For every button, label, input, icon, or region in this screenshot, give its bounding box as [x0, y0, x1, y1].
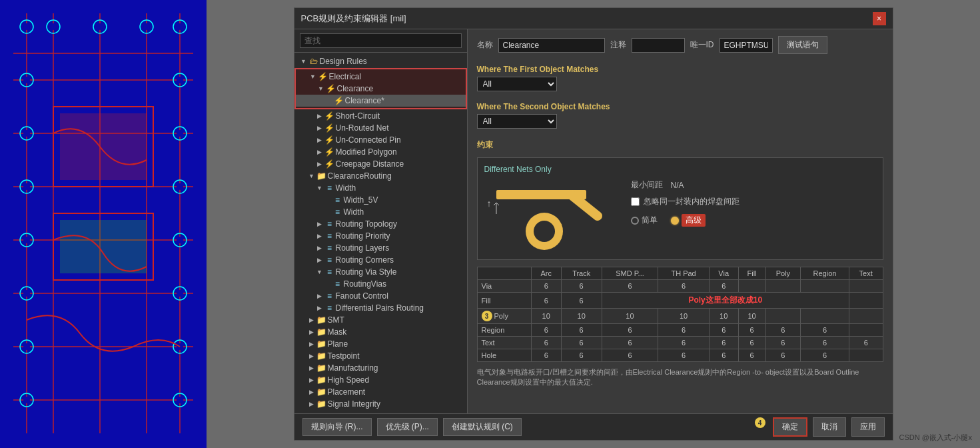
arrow-width [324, 208, 332, 216]
label-routing-text: Routing [364, 171, 391, 181]
tree-item-testpoint[interactable]: ▶ 📁 Testpoint [294, 350, 467, 362]
arrow-mask: ▶ [308, 328, 316, 336]
pcb-svg [0, 0, 207, 448]
table-row-fill: Fill 6 6 Poly这里全部改成10 [477, 293, 883, 309]
tree-item-diff-pairs[interactable]: ▶ ≡ Differential Pairs Routing [294, 302, 467, 314]
priority-btn[interactable]: 优先级 (P)... [377, 418, 438, 436]
tree-container: ▼ 🗁 Design Rules ▼ ⚡ Electrical ▼ [294, 53, 467, 413]
tree-item-routing-topology[interactable]: ▶ ≡ Routing Topology [294, 218, 467, 230]
icon-width-5v: ≡ [333, 195, 342, 205]
icon-design-rules: 🗁 [309, 57, 318, 66]
tree-item-manufacturing[interactable]: ▶ 📁 Manufacturing [294, 362, 467, 374]
svg-point-34 [50, 23, 57, 30]
cell-via-poly [765, 280, 800, 293]
arrow-routing-corners: ▶ [316, 256, 324, 264]
ignore-checkbox[interactable] [631, 197, 640, 206]
tree-item-placement[interactable]: ▶ 📁 Placement [294, 386, 467, 398]
tree-item-width-group[interactable]: ▼ ≡ Width [294, 182, 467, 194]
icon-electrical: ⚡ [318, 72, 328, 81]
cell-hole-region: 6 [801, 349, 849, 362]
tree-item-clearance-group[interactable]: ▼ ⚡ Clearance [296, 83, 466, 95]
tree-item-modified-polygon[interactable]: ▶ ⚡ Modified Polygon [294, 146, 467, 158]
cell-via-region [801, 280, 849, 293]
unique-id-input[interactable] [720, 38, 773, 53]
tree-item-electrical[interactable]: ▼ ⚡ Electrical [296, 71, 466, 83]
tree-item-routing-vias[interactable]: ≡ RoutingVias [294, 278, 467, 290]
th-poly: Poly [765, 267, 800, 280]
main-dialog: PCB规则及约束编辑器 [mil] × ▼ 🗁 Design Rules [294, 7, 893, 441]
icon-clearance-star: ⚡ [334, 96, 344, 105]
cell-via-text [849, 280, 883, 293]
arrow-width-group: ▼ [316, 184, 324, 192]
where-first-select[interactable]: All [477, 77, 557, 91]
cancel-btn[interactable]: 取消 [813, 417, 846, 437]
cell-text-arc: 6 [531, 337, 561, 349]
cell-text-smd: 6 [602, 337, 658, 349]
dialog-wrapper: PCB规则及约束编辑器 [mil] × ▼ 🗁 Design Rules [207, 0, 980, 448]
cell-via-fill [738, 280, 765, 293]
tree-item-width[interactable]: ≡ Width [294, 206, 467, 218]
tree-item-fanout-control[interactable]: ▶ ≡ Fanout Control [294, 290, 467, 302]
tree-item-signal-integrity[interactable]: ▶ 📁 Signal Integrity [294, 398, 467, 410]
radio-simple[interactable]: 简单 [631, 215, 658, 226]
svg-point-46 [23, 290, 30, 297]
search-input[interactable] [300, 33, 462, 48]
rule-wizard-btn[interactable]: 规则向导 (R)... [302, 418, 372, 436]
tree-item-smt[interactable]: ▶ 📁 SMT [294, 314, 467, 326]
apply-btn[interactable]: 应用 [851, 417, 885, 437]
na-label: N/A [671, 181, 684, 190]
where-first-row: All [477, 77, 883, 91]
cell-text-via: 6 [709, 337, 738, 349]
tree-item-routing-layers[interactable]: ▶ ≡ Routing Layers [294, 242, 467, 254]
label-routing: Clearance [328, 171, 364, 181]
cell-region-track: 6 [561, 324, 602, 337]
arrow-short-circuit: ▶ [316, 112, 324, 120]
label-smt: SMT [328, 315, 344, 325]
tree-item-plane[interactable]: ▶ 📁 Plane [294, 338, 467, 350]
close-button[interactable]: × [873, 12, 886, 25]
radio-advanced-container[interactable]: 高级 [671, 214, 706, 227]
comment-input[interactable] [632, 38, 685, 53]
label-signal-integrity: Signal Integrity [328, 399, 380, 409]
svg-point-33 [23, 23, 30, 30]
arrow-diff-pairs: ▶ [316, 304, 324, 312]
label-placement: Placement [328, 387, 366, 397]
svg-point-48 [23, 343, 30, 350]
tree-item-routing-corners[interactable]: ▶ ≡ Routing Corners [294, 254, 467, 266]
cell-region-smd: 6 [602, 324, 658, 337]
ok-btn[interactable]: 确定 [773, 417, 807, 437]
create-default-btn[interactable]: 创建默认规则 (C) [443, 418, 522, 436]
tree-item-design-rules[interactable]: ▼ 🗁 Design Rules [294, 55, 467, 67]
cell-hole-via: 6 [709, 349, 738, 362]
tree-item-routing-via-style[interactable]: ▼ ≡ Routing Via Style [294, 266, 467, 278]
label-width-group: Width [336, 183, 356, 193]
tree-item-mask[interactable]: ▶ 📁 Mask [294, 326, 467, 338]
radio-row: 简单 高级 [631, 214, 876, 227]
tree-item-un-connected-pin[interactable]: ▶ ⚡ Un-Connected Pin [294, 134, 467, 146]
radio-label-advanced: 高级 [682, 214, 706, 227]
clearance-diagram: ↑ [484, 179, 618, 253]
dialog-body: ▼ 🗁 Design Rules ▼ ⚡ Electrical ▼ [294, 29, 893, 413]
icon-short-circuit: ⚡ [325, 111, 334, 121]
tree-item-routing-priority[interactable]: ▶ ≡ Routing Priority [294, 230, 467, 242]
cell-hole-smd: 6 [602, 349, 658, 362]
cell-hole-arc: 6 [531, 349, 561, 362]
min-gap-row: 最小间距 N/A [631, 179, 876, 191]
svg-point-45 [177, 237, 183, 243]
where-second-select[interactable]: All [477, 114, 557, 129]
name-input[interactable] [498, 38, 605, 53]
tree-item-high-speed[interactable]: ▶ 📁 High Speed [294, 374, 467, 386]
tree-item-creepage[interactable]: ▶ ⚡ Creepage Distance [294, 158, 467, 170]
tree-item-short-circuit[interactable]: ▶ ⚡ Short-Circuit [294, 110, 467, 122]
tree-item-routing[interactable]: ▼ 📁 Clearance Routing [294, 170, 467, 182]
cell-via-label: Via [477, 280, 531, 293]
tree-item-clearance-star[interactable]: ⚡ Clearance* [296, 95, 466, 107]
label-electrical: Electrical [329, 72, 362, 81]
arrow-routing-via-style: ▼ [316, 268, 324, 276]
tree-item-un-routed-net[interactable]: ▶ ⚡ Un-Routed Net [294, 122, 467, 134]
cell-fill-arc: 6 [531, 293, 561, 309]
tree-item-width-5v[interactable]: ≡ Width_5V [294, 194, 467, 206]
test-btn[interactable]: 测试语句 [778, 36, 827, 54]
radio-label-simple: 简单 [642, 215, 658, 226]
arrow-clearance-group: ▼ [317, 85, 325, 93]
